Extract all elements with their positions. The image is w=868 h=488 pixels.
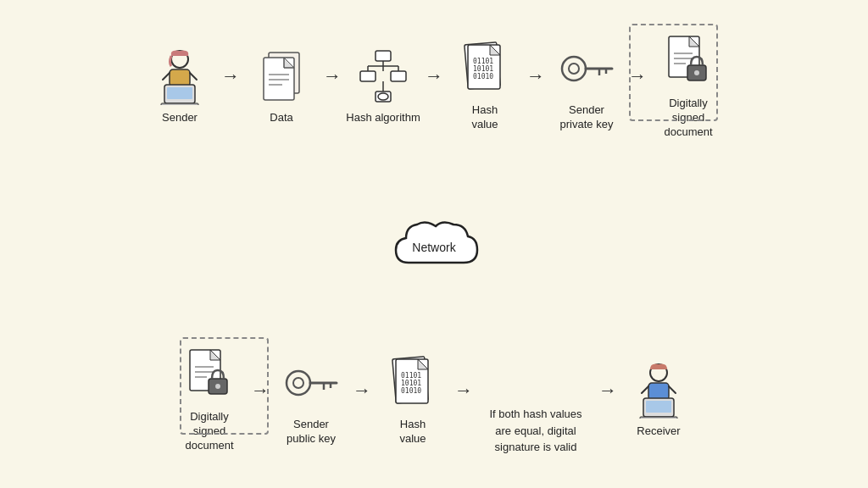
arrow-6: → [251,380,270,402]
sender-public-key-label: Senderpublic key [287,418,336,446]
svg-point-47 [293,378,303,388]
svg-text:10101: 10101 [473,65,493,73]
svg-rect-59 [646,401,671,413]
arrow-9: → [598,380,617,402]
arrow-1: → [221,65,240,87]
step-network: Network [387,208,481,275]
sender-private-key-icon [557,39,616,98]
svg-text:01010: 01010 [401,387,421,395]
digitally-signed-doc-top-icon [659,32,718,92]
step-hash-value-top: 01101 10101 01010 Hashvalue [447,39,523,132]
data-icon [252,47,311,106]
network-icon: Network [387,208,481,275]
svg-point-45 [215,384,220,389]
hash-value-bottom-icon: 01101 10101 01010 [383,353,442,413]
svg-rect-4 [161,103,198,105]
data-label: Data [270,111,292,125]
step-receiver: Receiver [620,360,697,439]
svg-rect-1 [170,69,190,86]
digitally-signed-doc-top-label: Digitallysigneddocument [664,97,712,140]
step-hash-value-bottom: 01101 10101 01010 Hashvalue [375,353,451,446]
validation-label: If both hash valuesare equal, digitalsig… [489,406,581,456]
receiver-label: Receiver [637,424,680,439]
step-validation: If both hash valuesare equal, digitalsig… [476,343,595,456]
svg-text:01101: 01101 [401,372,421,380]
arrow-4: → [526,65,545,87]
top-row: Sender → [27,32,841,140]
svg-point-46 [287,371,310,395]
svg-point-28 [562,57,586,80]
hash-value-bottom-label: Hashvalue [399,418,426,446]
svg-text:01010: 01010 [473,73,493,80]
network-row: Network [27,208,841,275]
arrow-5: → [628,65,647,87]
hash-value-top-label: Hashvalue [471,103,498,132]
svg-rect-3 [167,87,192,99]
sender-icon [150,47,209,106]
hash-algorithm-label: Hash algorithm [346,111,420,125]
diagram: Sender → [19,15,849,473]
hash-value-top-icon: 01101 10101 01010 [455,39,515,98]
svg-rect-57 [648,383,669,400]
arrow-2: → [323,65,342,87]
sender-private-key-label: Senderprivate key [560,103,614,132]
svg-text:01101: 01101 [473,58,493,65]
sender-label: Sender [162,111,198,125]
svg-text:10101: 10101 [401,380,421,387]
arrow-8: → [454,380,473,402]
step-data: Data [243,47,320,125]
step-sender-public-key: Senderpublic key [273,353,349,446]
step-hash-algorithm: Hash algorithm [345,47,421,125]
digitally-signed-doc-bottom-label: Digitallysigneddocument [185,410,233,453]
step-digitally-signed-doc-top: Digitallysigneddocument [650,32,726,140]
bottom-row: Digitallysigneddocument → Senderpublic k… [27,343,841,456]
svg-rect-13 [360,71,376,81]
svg-rect-14 [391,71,406,81]
digitally-signed-doc-bottom-icon [180,346,239,405]
sender-public-key-icon [281,353,341,413]
arrow-3: → [425,65,443,87]
svg-point-38 [694,70,699,75]
validation-icon [531,343,540,401]
receiver-icon [629,360,688,419]
svg-point-29 [569,64,579,74]
svg-rect-60 [640,417,677,419]
svg-text:Network: Network [412,241,456,254]
step-sender-private-key: Senderprivate key [548,39,625,132]
step-digitally-signed-doc-bottom: Digitallysigneddocument [171,346,248,453]
step-sender: Sender [142,47,218,125]
svg-rect-12 [376,51,391,61]
arrow-7: → [353,380,371,402]
hash-algorithm-icon [353,47,413,106]
